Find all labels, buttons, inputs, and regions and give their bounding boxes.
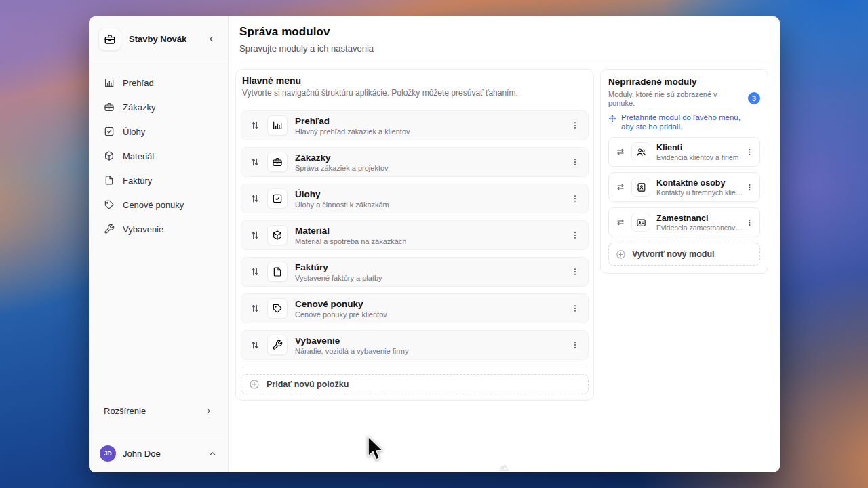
module-text: Cenové ponuky Cenové ponuky pre klientov (295, 299, 569, 319)
drag-hint-text: Pretahnite modul do ľavého menu, aby ste… (621, 113, 742, 131)
drag-vertical-handle[interactable] (248, 119, 262, 132)
user-name: John Doe (123, 449, 201, 459)
sidebar-item-label: Faktúry (123, 176, 152, 186)
drag-vertical-handle[interactable] (248, 192, 262, 205)
module-menu-button[interactable] (569, 155, 581, 169)
sidebar-item-label: Prehľad (123, 78, 154, 88)
module-row-material[interactable]: Materiál Materiál a spotreba na zákazkác… (241, 220, 589, 250)
sidebar-header: Stavby Novák (89, 16, 228, 62)
module-subtitle: Cenové ponuky pre klientov (295, 310, 569, 319)
unassigned-card-klienti[interactable]: Klienti Evidencia klientov a firiem (608, 137, 760, 167)
module-subtitle: Materiál a spotreba na zákazkách (295, 237, 569, 245)
main-content: Správa modulov Spravujte moduly a ich na… (229, 16, 780, 472)
module-row-vybavenie[interactable]: Vybavenie Náradie, vozidlá a vybavenie f… (241, 330, 589, 360)
unassigned-card-kontaktne-osoby[interactable]: Kontaktné osoby Kontakty u firemných kli… (608, 172, 760, 202)
module-subtitle: Správa zákaziek a projektov (295, 164, 569, 172)
app-window: Stavby Novák Prehľad Zákazky Úlohy (89, 16, 780, 472)
drag-vertical-handle[interactable] (248, 265, 262, 279)
arrows-up-down-icon (250, 303, 260, 314)
module-menu-button[interactable] (569, 301, 581, 316)
kebab-menu-icon (745, 183, 754, 192)
main-menu-description: Vytvorte si navigačnú štruktúru aplikáci… (242, 88, 589, 98)
module-title: Faktúry (295, 262, 569, 272)
module-menu-button[interactable] (744, 145, 755, 159)
wrench-icon (272, 340, 283, 350)
module-text: Úlohy Úlohy a činnosti k zákazkám (295, 189, 569, 209)
drag-horizontal-handle[interactable] (614, 146, 627, 158)
module-row-cenove-ponuky[interactable]: Cenové ponuky Cenové ponuky pre klientov (241, 293, 589, 323)
module-row-prehlad[interactable]: Prehľad Hlavný prehľad zákaziek a klient… (241, 110, 589, 140)
module-subtitle: Hlavný prehľad zákaziek a klientov (295, 127, 569, 136)
module-row-faktury[interactable]: Faktúry Vystavené faktúry a platby (241, 257, 589, 287)
module-title: Úlohy (295, 189, 569, 199)
unassigned-subrow: Moduly, ktoré nie sú zobrazené v ponuke.… (608, 90, 760, 108)
drag-vertical-handle[interactable] (248, 338, 262, 352)
module-menu-button[interactable] (744, 216, 755, 230)
sidebar-item-cenove-ponuky[interactable]: Cenové ponuky (89, 192, 228, 217)
file-icon (104, 175, 115, 186)
arrows-up-down-icon (250, 266, 260, 277)
module-subtitle: Kontakty u firemných klientov (656, 189, 744, 197)
tag-icon (104, 199, 115, 210)
sidebar-item-rozsirenie[interactable]: Rozšírenie (89, 397, 228, 424)
drag-horizontal-handle[interactable] (614, 181, 627, 193)
unassigned-description: Moduly, ktoré nie sú zobrazené v ponuke. (608, 90, 748, 108)
arrows-left-right-icon (616, 182, 625, 192)
module-icon-tile (267, 188, 288, 209)
briefcase-icon (104, 102, 115, 113)
content-row: Hlavné menu Vytvorte si navigačnú štrukt… (229, 62, 780, 401)
drag-vertical-handle[interactable] (248, 228, 262, 242)
drag-horizontal-handle[interactable] (614, 216, 627, 228)
sidebar-collapse-button[interactable] (204, 32, 218, 46)
module-subtitle: Úlohy a činnosti k zákazkám (295, 201, 569, 209)
drag-vertical-handle[interactable] (248, 155, 262, 169)
module-menu-button[interactable] (569, 191, 581, 206)
drag-vertical-handle[interactable] (248, 302, 262, 315)
module-row-ulohy[interactable]: Úlohy Úlohy a činnosti k zákazkám (241, 184, 589, 214)
sidebar-item-vybavenie[interactable]: Vybavenie (89, 217, 228, 241)
module-menu-button[interactable] (744, 180, 755, 195)
unassigned-card-zamestnanci[interactable]: Zamestnanci Evidencia zamestnancov a ich… (608, 207, 760, 237)
kebab-menu-icon (745, 148, 754, 157)
module-text: Zamestnanci Evidencia zamestnancov a ich… (656, 214, 744, 232)
page-subtitle: Spravujte moduly a ich nastavenia (239, 43, 769, 54)
sidebar-item-faktury[interactable]: Faktúry (89, 168, 228, 192)
id-card-icon (636, 218, 646, 228)
extension-label: Rozšírenie (104, 406, 204, 416)
sidebar-item-zakazky[interactable]: Zákazky (89, 95, 228, 119)
module-title: Materiál (295, 226, 569, 236)
module-text: Faktúry Vystavené faktúry a platby (295, 262, 569, 282)
user-menu[interactable]: JD John Doe (89, 434, 228, 472)
page-header: Správa modulov Spravujte moduly a ich na… (229, 16, 780, 62)
module-icon-tile (267, 115, 288, 136)
chevron-up-icon (208, 449, 217, 458)
main-menu-panel: Hlavné menu Vytvorte si navigačnú štrukt… (235, 69, 594, 401)
module-title: Klienti (656, 143, 744, 152)
add-menu-item-button[interactable]: Pridať novú položku (241, 374, 589, 394)
kebab-menu-icon (570, 230, 580, 240)
module-text: Vybavenie Náradie, vozidlá a vybavenie f… (295, 336, 569, 355)
wrench-icon (104, 224, 115, 235)
module-menu-button[interactable] (569, 228, 581, 243)
brand-name: Stavby Novák (129, 34, 204, 44)
sidebar-item-prehlad[interactable]: Prehľad (89, 70, 228, 95)
check-square-icon (272, 193, 283, 204)
module-row-zakazky[interactable]: Zákazky Správa zákaziek a projektov (241, 147, 589, 177)
users-icon (636, 147, 646, 157)
module-text: Prehľad Hlavný prehľad zákaziek a klient… (295, 116, 569, 136)
avatar: JD (100, 445, 116, 462)
module-menu-button[interactable] (569, 264, 581, 279)
file-icon (272, 266, 283, 277)
module-menu-button[interactable] (569, 338, 581, 352)
kebab-menu-icon (570, 194, 580, 203)
main-menu-heading: Hlavné menu (242, 75, 589, 86)
sidebar-item-material[interactable]: Materiál (89, 144, 228, 168)
sidebar-item-ulohy[interactable]: Úlohy (89, 119, 228, 144)
create-module-button[interactable]: Vytvoriť nový modul (608, 243, 760, 266)
module-icon-tile (267, 225, 288, 245)
sidebar-item-label: Úlohy (123, 127, 145, 137)
module-menu-button[interactable] (569, 118, 581, 133)
desktop-wallpaper: Stavby Novák Prehľad Zákazky Úlohy (0, 0, 868, 488)
sidebar: Stavby Novák Prehľad Zákazky Úlohy (89, 16, 229, 472)
module-text: Materiál Materiál a spotreba na zákazkác… (295, 226, 569, 245)
